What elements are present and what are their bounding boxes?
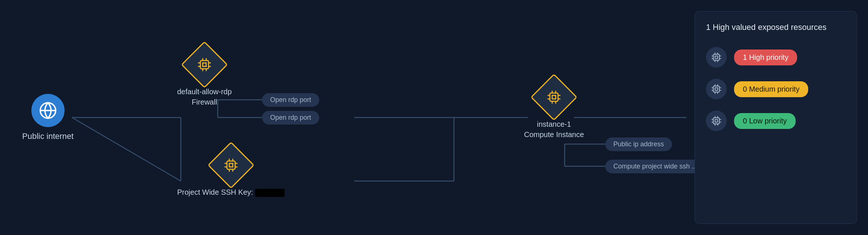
- high-priority-badge[interactable]: 1 High priority: [734, 50, 797, 65]
- right-panel: 1 High valued exposed resources 1 High p…: [695, 11, 857, 224]
- redacted-value: [255, 189, 285, 197]
- compute-diamond: [531, 74, 578, 120]
- public-internet-label: Public internet: [22, 132, 73, 141]
- low-priority-badge[interactable]: 0 Low priority: [734, 113, 796, 129]
- medium-priority-icon: [706, 79, 727, 99]
- public-internet-node: Public internet: [22, 94, 73, 141]
- svg-rect-47: [715, 56, 718, 59]
- svg-rect-66: [713, 118, 719, 124]
- firewall-label: default-allow-rdp Firewall: [177, 86, 232, 107]
- svg-rect-57: [715, 88, 718, 91]
- compute-tag-2: Compute project wide ssh ...: [605, 160, 705, 173]
- high-priority-row: 1 High priority: [706, 47, 845, 68]
- svg-rect-26: [227, 161, 235, 169]
- medium-priority-row: 0 Medium priority: [706, 79, 845, 99]
- svg-rect-56: [713, 86, 719, 92]
- firewall-tag-1: Open rdp port: [262, 93, 319, 107]
- compute-label: instance-1 Compute Instance: [524, 119, 584, 140]
- ssh-label: Project Wide SSH Key:: [177, 187, 285, 197]
- compute-instance-node[interactable]: instance-1 Compute Instance: [524, 81, 584, 140]
- low-priority-icon: [706, 110, 727, 131]
- globe-icon: [31, 94, 65, 127]
- svg-rect-37: [552, 95, 556, 99]
- svg-line-1: [72, 117, 181, 181]
- svg-rect-27: [229, 163, 233, 167]
- svg-rect-16: [200, 61, 209, 69]
- svg-rect-46: [713, 54, 719, 60]
- svg-rect-36: [550, 93, 558, 101]
- low-priority-row: 0 Low priority: [706, 110, 845, 131]
- medium-priority-badge[interactable]: 0 Medium priority: [734, 81, 808, 97]
- firewall-tag-2: Open rdp port: [262, 111, 319, 125]
- high-priority-icon: [706, 47, 727, 68]
- svg-rect-67: [715, 120, 718, 122]
- compute-tag-1: Public ip address: [605, 137, 672, 151]
- firewall-diamond: [181, 41, 228, 88]
- svg-rect-17: [203, 63, 206, 67]
- ssh-diamond: [207, 142, 254, 188]
- panel-title: 1 High valued exposed resources: [706, 23, 845, 32]
- main-canvas: Public internet default-allow-rdp Firewa…: [0, 0, 868, 235]
- firewall-node[interactable]: default-allow-rdp Firewall: [177, 48, 232, 107]
- ssh-key-node[interactable]: Project Wide SSH Key:: [177, 149, 285, 197]
